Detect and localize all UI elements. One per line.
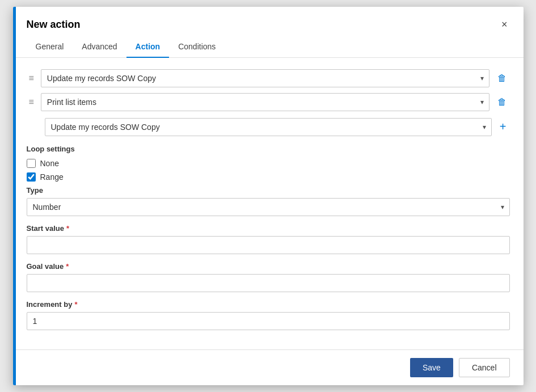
tab-conditions[interactable]: Conditions (169, 36, 225, 58)
goal-value-label: Goal value * (27, 262, 510, 271)
range-checkbox[interactable] (27, 172, 36, 182)
none-checkbox-row: None (27, 159, 510, 168)
modal-footer: Save Cancel (13, 349, 524, 385)
increment-by-required: * (74, 300, 77, 309)
goal-value-group: Goal value * (27, 262, 510, 292)
type-dropdown-wrapper: Number String Boolean ▾ (27, 198, 510, 216)
tab-general[interactable]: General (27, 36, 73, 58)
nested-dropdown-wrapper: Update my records SOW Copy Print list it… (45, 118, 492, 136)
modal-accent (13, 7, 16, 385)
dropdown-wrapper-1: Update my records SOW Copy Print list it… (41, 69, 489, 87)
delete-icon-2: 🗑 (497, 97, 507, 107)
delete-button-1[interactable]: 🗑 (494, 70, 510, 87)
modal-dialog: New action × General Advanced Action Con… (13, 7, 524, 385)
action-select-1[interactable]: Update my records SOW Copy Print list it… (41, 69, 489, 87)
action-row-2: ≡ Update my records SOW Copy Print list … (27, 93, 510, 111)
start-value-required: * (66, 224, 69, 233)
goal-value-required: * (66, 262, 69, 271)
cancel-button[interactable]: Cancel (459, 358, 510, 377)
loop-settings-label: Loop settings (27, 145, 510, 153)
action-row-1: ≡ Update my records SOW Copy Print list … (27, 69, 510, 87)
drag-handle-2[interactable]: ≡ (27, 95, 36, 109)
type-select[interactable]: Number String Boolean (27, 198, 510, 216)
nested-action-select[interactable]: Update my records SOW Copy Print list it… (45, 118, 492, 136)
start-value-label: Start value * (27, 224, 510, 233)
delete-icon-1: 🗑 (497, 73, 507, 83)
modal-overlay: New action × General Advanced Action Con… (0, 0, 536, 392)
start-value-input[interactable] (27, 236, 510, 254)
add-action-button[interactable]: + (496, 117, 510, 137)
save-button[interactable]: Save (410, 358, 453, 377)
nested-row: Update my records SOW Copy Print list it… (45, 117, 510, 137)
none-checkbox[interactable] (27, 159, 36, 168)
increment-by-input[interactable] (27, 312, 510, 330)
tab-advanced[interactable]: Advanced (73, 36, 126, 58)
action-select-2[interactable]: Update my records SOW Copy Print list it… (41, 93, 489, 111)
delete-button-2[interactable]: 🗑 (494, 94, 510, 111)
none-label[interactable]: None (40, 159, 59, 168)
tab-action[interactable]: Action (126, 36, 170, 58)
modal-title: New action (27, 19, 81, 31)
close-button[interactable]: × (499, 17, 510, 32)
modal-header: New action × (13, 7, 524, 32)
dropdown-wrapper-2: Update my records SOW Copy Print list it… (41, 93, 489, 111)
type-label: Type (27, 186, 510, 195)
goal-value-input[interactable] (27, 274, 510, 292)
drag-handle-1[interactable]: ≡ (27, 71, 36, 86)
range-checkbox-row: Range (27, 172, 510, 182)
increment-by-label: Increment by * (27, 300, 510, 309)
range-label[interactable]: Range (40, 172, 64, 182)
type-field-group: Type Number String Boolean ▾ (27, 186, 510, 216)
modal-body: ≡ Update my records SOW Copy Print list … (13, 58, 524, 349)
start-value-group: Start value * (27, 224, 510, 254)
increment-by-group: Increment by * (27, 300, 510, 330)
tab-bar: General Advanced Action Conditions (13, 36, 524, 58)
